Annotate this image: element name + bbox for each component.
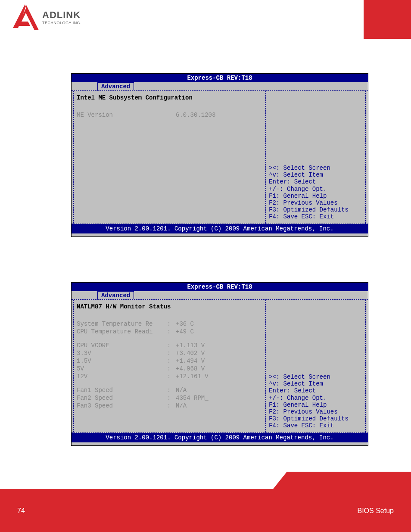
- bios-vertical-divider: [265, 300, 266, 432]
- company-logo: ADLINK TECHNOLOGY INC.: [13, 4, 81, 30]
- help-line: Enter: Select: [269, 387, 364, 394]
- help-line: F1: General Help: [269, 401, 364, 408]
- setting-value: N/A: [176, 402, 187, 409]
- bios-body: NATLM87 H/W Monitor Status System Temper…: [72, 299, 368, 433]
- tab-advanced: Advanced: [97, 291, 134, 299]
- setting-value: 6.0.30.1203: [176, 112, 215, 118]
- setting-value: +3.402 V: [176, 350, 205, 357]
- bios-section-title: NATLM87 H/W Monitor Status: [77, 303, 262, 310]
- setting-label: System Temperature Re: [77, 320, 167, 327]
- help-line: F3: Optimized Defaults: [269, 415, 364, 422]
- help-line: F2: Previous Values: [269, 408, 364, 415]
- setting-row: System Temperature Re : +36 C: [77, 320, 262, 327]
- tab-advanced: Advanced: [97, 82, 134, 90]
- page-footer-bar: 74 BIOS Setup: [0, 489, 411, 532]
- bios-section-title: Intel ME Subsystem Configuration: [77, 94, 262, 101]
- logo-brand-text: ADLINK: [42, 9, 81, 21]
- setting-row: CPU Temperature Readi : +49 C: [77, 328, 262, 335]
- logo-tagline-text: TECHNOLOGY INC.: [42, 21, 81, 25]
- setting-value: +4.968 V: [176, 365, 205, 372]
- setting-label: 12V: [77, 373, 167, 380]
- bios-title-bar: Express-CB REV:T18: [72, 74, 368, 82]
- setting-row: Fan2 Speed : 4354 RPM_: [77, 395, 262, 401]
- setting-value: +12.161 V: [176, 373, 209, 380]
- setting-label: ME Version: [77, 112, 167, 118]
- bios-tab-row: Advanced: [72, 291, 368, 299]
- setting-label: 3.3V: [77, 350, 167, 357]
- bios-title-bar: Express-CB REV:T18: [72, 283, 368, 291]
- setting-value: 4354 RPM_: [176, 395, 209, 401]
- help-line: +/-: Change Opt.: [269, 395, 364, 401]
- bios-settings-pane: NATLM87 H/W Monitor Status System Temper…: [77, 303, 262, 410]
- bios-settings-pane: Intel ME Subsystem Configuration ME Vers…: [77, 94, 262, 119]
- page-number: 74: [17, 507, 25, 515]
- help-line: ><: Select Screen: [269, 165, 364, 171]
- setting-row: Fan1 Speed : N/A: [77, 387, 262, 394]
- setting-value: +36 C: [176, 320, 194, 327]
- setting-label: Fan1 Speed: [77, 387, 167, 394]
- help-line: ><: Select Screen: [269, 373, 364, 380]
- bios-tab-row: Advanced: [72, 82, 368, 90]
- setting-value: +49 C: [176, 328, 194, 335]
- footer-accent-flap: [273, 472, 411, 489]
- bios-copyright-footer: Version 2.00.1201. Copyright (C) 2009 Am…: [72, 224, 368, 233]
- setting-row: CPU VCORE : +1.113 V: [77, 342, 262, 349]
- help-line: ^v: Select Item: [269, 171, 364, 178]
- bios-body: Intel ME Subsystem Configuration ME Vers…: [72, 90, 368, 224]
- setting-value: N/A: [176, 387, 187, 394]
- bios-screenshot-me-subsystem: Express-CB REV:T18 Advanced Intel ME Sub…: [71, 73, 368, 237]
- help-line: F4: Save ESC: Exit: [269, 213, 364, 220]
- bios-screenshot-hw-monitor: Express-CB REV:T18 Advanced NATLM87 H/W …: [71, 282, 368, 446]
- adlink-logo-icon: [13, 4, 39, 30]
- help-line: ^v: Select Item: [269, 380, 364, 387]
- setting-value: +1.494 V: [176, 358, 205, 364]
- setting-label: 1.5V: [77, 358, 167, 364]
- setting-row: 5V : +4.968 V: [77, 365, 262, 372]
- setting-row: Fan3 Speed : N/A: [77, 402, 262, 409]
- setting-label: 5V: [77, 365, 167, 372]
- bios-help-pane: ><: Select Screen ^v: Select Item Enter:…: [269, 373, 364, 429]
- help-line: +/-: Change Opt.: [269, 186, 364, 193]
- bios-vertical-divider: [265, 91, 266, 224]
- help-line: F3: Optimized Defaults: [269, 206, 364, 213]
- help-line: Enter: Select: [269, 178, 364, 185]
- help-line: F1: General Help: [269, 193, 364, 199]
- setting-row: 3.3V : +3.402 V: [77, 350, 262, 357]
- setting-label: Fan2 Speed: [77, 395, 167, 401]
- brand-accent-block: [364, 0, 411, 39]
- bios-help-pane: ><: Select Screen ^v: Select Item Enter:…: [269, 165, 364, 220]
- setting-row: ME Version 6.0.30.1203: [77, 112, 262, 118]
- setting-label: CPU Temperature Readi: [77, 328, 167, 335]
- setting-row: 12V : +12.161 V: [77, 373, 262, 380]
- bios-copyright-footer: Version 2.00.1201. Copyright (C) 2009 Am…: [72, 433, 368, 442]
- help-line: F4: Save ESC: Exit: [269, 422, 364, 429]
- setting-value: +1.113 V: [176, 342, 205, 349]
- setting-label: CPU VCORE: [77, 342, 167, 349]
- help-line: F2: Previous Values: [269, 199, 364, 206]
- setting-label: Fan3 Speed: [77, 402, 167, 409]
- setting-row: 1.5V : +1.494 V: [77, 358, 262, 364]
- footer-section-label: BIOS Setup: [358, 507, 394, 515]
